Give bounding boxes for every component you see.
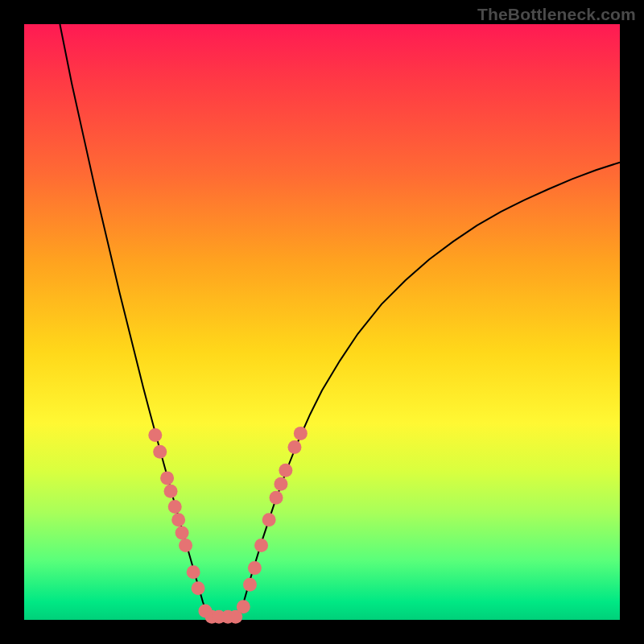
data-point <box>254 539 268 552</box>
curve-right-branch <box>238 163 620 620</box>
watermark-text: TheBottleneck.com <box>477 5 636 24</box>
data-point <box>243 578 257 592</box>
data-point <box>237 600 250 613</box>
data-point <box>171 513 185 526</box>
data-point <box>179 539 192 552</box>
data-point <box>164 485 178 498</box>
data-point <box>279 464 292 477</box>
data-point <box>294 427 308 440</box>
chart-overlay <box>24 24 620 620</box>
data-point <box>153 445 167 459</box>
data-point <box>287 440 301 454</box>
data-point <box>274 477 287 491</box>
data-point <box>168 500 182 514</box>
scatter-dots <box>148 427 308 624</box>
data-point <box>187 565 200 579</box>
chart-frame: TheBottleneck.com <box>0 0 644 644</box>
data-point <box>192 581 205 595</box>
data-point <box>160 471 174 485</box>
data-point <box>175 526 189 539</box>
data-point <box>270 491 283 505</box>
data-point <box>262 513 276 526</box>
data-point <box>148 428 162 442</box>
data-point <box>248 561 262 575</box>
